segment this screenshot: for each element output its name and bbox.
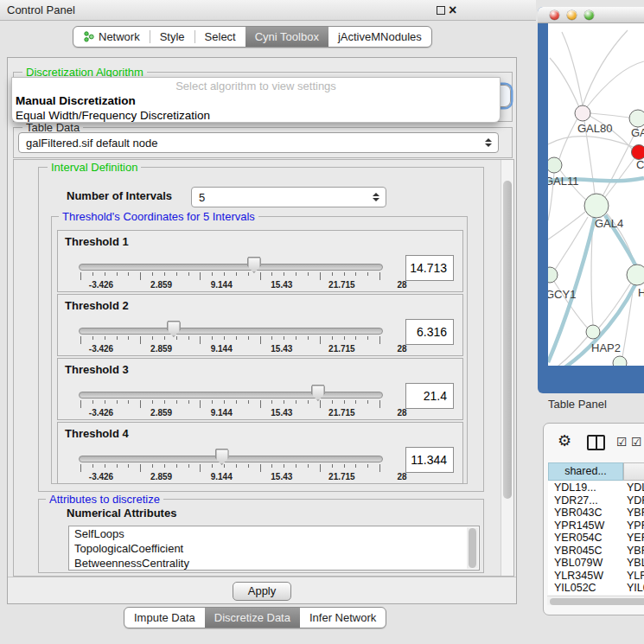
table-data-combobox[interactable]: galFiltered.sif default node (18, 132, 499, 153)
checkbox-icon[interactable]: ☑ (616, 435, 628, 449)
tab-cyni-toolbox[interactable]: Cyni Toolbox (245, 27, 328, 47)
network-node[interactable] (613, 356, 627, 366)
cell-shared-name: YBR043C (548, 507, 623, 520)
threshold-row-1: Threshold 1-3.4262.8599.14415.4321.71528… (57, 230, 463, 292)
threshold-value-field[interactable]: 21.4 (405, 383, 454, 409)
interval-definition-group: Interval Definition Number of Intervals … (38, 167, 484, 492)
attribute-list-item[interactable]: SelfLoops (69, 526, 479, 541)
table-row[interactable]: YER054CYER0 (548, 532, 644, 545)
attributes-group-title: Attributes to discretize (46, 493, 163, 506)
tick-label: 28 (397, 408, 406, 418)
cyni-toolbox-panel: Discretization Algorithm Select algorith… (7, 57, 517, 604)
network-node-gcy1[interactable] (548, 267, 558, 283)
bottom-tab-impute-data[interactable]: Impute Data (124, 608, 205, 628)
threshold-value-field[interactable]: 6.316 (405, 319, 454, 345)
scrollbar-thumb[interactable] (503, 181, 512, 499)
stepper-icon (373, 193, 379, 201)
network-graph: GAL80GACGAL11GAL4GCY1HHAP2 (548, 23, 644, 366)
cell-name: YDR2 (623, 494, 644, 507)
cell-name: YBR0 (623, 545, 644, 558)
horizontal-scrollbar[interactable] (547, 596, 644, 605)
bottom-tab-discretize-data[interactable]: Discretize Data (205, 608, 300, 628)
checkbox-icon[interactable]: ☑ (631, 435, 642, 449)
tab-style[interactable]: Style (150, 27, 194, 47)
threshold-label: Threshold 2 (65, 299, 129, 312)
column-header-name[interactable]: na (623, 462, 644, 481)
table-row[interactable]: YIL052CYIL0 (548, 582, 644, 595)
attributes-group: Attributes to discretize Numerical Attri… (38, 499, 484, 573)
algorithm-dropdown-popup: Select algorithm to view settings Manual… (11, 77, 501, 123)
slider-handle[interactable] (215, 449, 229, 465)
network-node-gal11[interactable] (548, 157, 562, 173)
apply-row: Apply (8, 577, 516, 603)
slider-track[interactable] (79, 456, 383, 462)
network-node-label: GAL11 (548, 175, 579, 188)
column-header-shared[interactable]: shared... (548, 462, 623, 481)
attribute-list-item[interactable]: TopologicalCoefficient (69, 541, 479, 556)
network-node-label: GA (631, 126, 644, 139)
columns-icon[interactable] (587, 435, 605, 450)
tab-network[interactable]: Network (73, 27, 150, 47)
algorithm-placeholder: Select algorithm to view settings (12, 80, 500, 92)
apply-button[interactable]: Apply (233, 582, 291, 601)
network-node-gal4[interactable] (584, 194, 609, 218)
network-node-ga[interactable] (629, 110, 644, 127)
attribute-list-item[interactable]: BetweennessCentrality (69, 556, 479, 571)
list-scrollbar[interactable] (467, 527, 478, 569)
tab-jactivemnodules[interactable]: jActiveMNodules (328, 27, 431, 47)
float-window-icon[interactable] (437, 6, 445, 15)
table-row[interactable]: YBR045CYBR0 (548, 545, 644, 558)
cell-shared-name: YER054C (548, 532, 623, 545)
slider-track[interactable] (79, 392, 383, 399)
table-row[interactable]: YBL079WYBL0 (548, 557, 644, 570)
threshold-value-field[interactable]: 14.713 (405, 255, 454, 281)
tick-label: -3.426 (89, 472, 113, 481)
network-node-label: GAL80 (577, 122, 612, 135)
scrollbar-thumb[interactable] (550, 598, 644, 605)
network-node-gal80[interactable] (575, 105, 590, 121)
table-row[interactable]: YDR27...YDR2 (548, 494, 644, 507)
table-row[interactable]: YLR345WYLR3 (548, 570, 644, 583)
table-row[interactable]: YBR043CYBR0 (548, 507, 644, 520)
network-view-window: GAL80GACGAL11GAL4GCY1HHAP2 (538, 7, 644, 393)
number-of-intervals-combobox[interactable]: 5 (191, 187, 386, 207)
table-row[interactable]: YDL19...YDL1 (548, 481, 644, 494)
slider-ticks (79, 400, 383, 408)
tab-label: jActiveMNodules (338, 30, 422, 43)
tick-label: 2.859 (150, 408, 172, 418)
slider-tick-labels: -3.4262.8599.14415.4321.71528 (79, 472, 383, 482)
tick-label: 9.144 (211, 280, 233, 290)
network-node-label: H (638, 286, 644, 299)
slider-tick-labels: -3.4262.8599.14415.4321.71528 (79, 344, 383, 354)
gear-icon[interactable]: ⚙ (558, 432, 571, 450)
slider-handle[interactable] (247, 257, 261, 273)
tab-select[interactable]: Select (195, 27, 245, 47)
algorithm-option-equal-width[interactable]: Equal Width/Frequency Discretization (16, 109, 210, 122)
algorithm-option-manual[interactable]: Manual Discretization (16, 94, 136, 107)
network-node-h[interactable] (627, 265, 644, 285)
threshold-value-field[interactable]: 11.344 (405, 447, 454, 473)
mac-zoom-icon[interactable] (584, 10, 594, 20)
slider-handle[interactable] (311, 385, 325, 401)
cell-shared-name: YBR045C (548, 545, 623, 558)
slider-handle[interactable] (167, 321, 181, 337)
bottom-tab-infer-network[interactable]: Infer Network (300, 608, 386, 628)
tick-label: 2.859 (150, 344, 172, 354)
close-icon[interactable]: × (449, 1, 456, 20)
top-tab-bar: NetworkStyleSelectCyni ToolboxjActiveMNo… (73, 26, 432, 48)
mac-minimize-icon[interactable] (567, 10, 577, 20)
cell-name: YPR1 (623, 520, 644, 532)
vertical-scrollbar[interactable] (501, 160, 513, 576)
numerical-attributes-list[interactable]: SelfLoopsTopologicalCoefficientBetweenne… (68, 526, 480, 571)
slider-track[interactable] (79, 328, 383, 335)
tick-label: 2.859 (150, 472, 172, 481)
network-node-hap2[interactable] (586, 325, 600, 339)
mac-close-icon[interactable] (550, 10, 559, 20)
numerical-attributes-label: Numerical Attributes (67, 507, 176, 520)
network-icon (83, 31, 94, 42)
tick-label: -3.426 (89, 408, 113, 418)
network-node-c[interactable] (632, 145, 644, 160)
slider-track[interactable] (79, 264, 383, 271)
table-row[interactable]: YPR145WYPR1 (548, 520, 644, 532)
network-canvas[interactable]: GAL80GACGAL11GAL4GCY1HHAP2 (548, 23, 644, 366)
